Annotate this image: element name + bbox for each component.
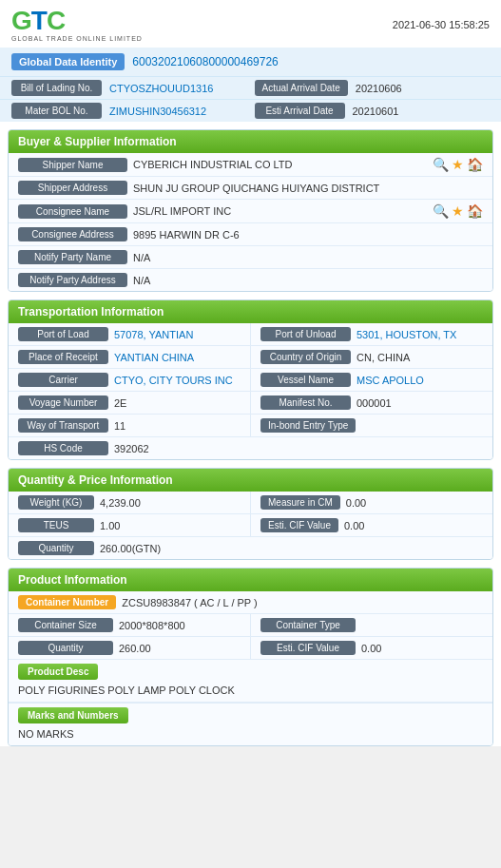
buyer-supplier-header: Buyer & Supplier Information [9,130,492,153]
shipper-address-row: Shipper Address SHUN JU GROUP QIUCHANG H… [9,177,492,200]
marks-text: NO MARKS [9,725,492,745]
hs-code-label: HS Code [18,441,108,455]
esti-cif-value: 0.00 [344,520,483,531]
voyage-number-row: Voyage Number 2E Manifest No. 000001 [9,392,492,415]
port-of-load-row: Port of Load 57078, YANTIAN Port of Unlo… [9,323,492,346]
consignee-address-value: 9895 HARWIN DR C-6 [133,229,483,241]
voyage-number-value: 2E [114,397,241,409]
bill-of-lading-row: Bill of Lading No. CTYOSZHOUUD1316 Actua… [0,76,501,99]
product-quantity-label: Quantity [18,641,113,655]
product-esti-cif-value: 0.00 [361,643,483,654]
manifest-no-label: Manifest No. [260,395,351,410]
logo-icon: GTC [11,8,65,34]
buyer-supplier-body: Shipper Name CYBERICH INDUSTRIAL CO LTD … [9,153,492,291]
notify-party-address-value: N/A [133,275,483,286]
shipper-name-row: Shipper Name CYBERICH INDUSTRIAL CO LTD … [9,153,492,177]
port-of-unload-label: Port of Unload [260,327,351,341]
notify-party-name-row: Notify Party Name N/A [9,246,492,269]
consignee-name-icons: 🔍 ★ 🏠 [433,203,483,219]
vessel-name-label: Vessel Name [260,373,351,387]
logo-area: GTC GLOBAL TRADE ONLINE LIMITED [11,8,143,42]
shipper-address-label: Shipper Address [18,181,127,195]
search-icon[interactable]: 🔍 [433,203,449,219]
product-desc-text: POLY FIGURINES POLY LAMP POLY CLOCK [9,682,492,703]
measure-cm-label: Measure in CM [260,495,340,510]
consignee-name-value: JSL/RL IMPORT INC [133,205,427,217]
bill-of-lading-value: CTYOSZHOUUD1316 [109,83,247,94]
mater-bol-value: ZIMUSHIN30456312 [109,106,247,117]
gdi-value: 60032021060800000469726 [132,55,279,68]
notify-party-address-label: Notify Party Address [18,273,127,287]
container-type-label: Container Type [260,618,356,632]
container-number-button[interactable]: Container Number [18,595,116,609]
quantity-price-body: Weight (KG) 4,239.00 Measure in CM 0.00 … [9,492,492,559]
product-quantity-value: 260.00 [119,643,241,654]
shipper-address-value: SHUN JU GROUP QIUCHANG HUIYANG DISTRICT [133,183,483,194]
product-esti-cif-label: Esti. CIF Value [260,641,356,655]
carrier-row: Carrier CTYO, CITY TOURS INC Vessel Name… [9,369,492,392]
way-of-transport-value: 11 [114,420,241,432]
esti-arrival-label: Esti Arrival Date [255,103,345,119]
weight-label: Weight (KG) [18,495,94,510]
voyage-number-label: Voyage Number [18,395,108,410]
product-desc-button[interactable]: Product Desc [18,664,98,680]
consignee-address-row: Consignee Address 9895 HARWIN DR C-6 [9,223,492,246]
measure-cm-value: 0.00 [346,497,483,509]
quantity-value: 260.00(GTN) [100,543,483,554]
hs-code-row: HS Code 392062 [9,437,492,459]
weight-value: 4,239.00 [100,497,241,509]
way-of-transport-label: Way of Transport [18,418,108,433]
port-of-unload-value: 5301, HOUSTON, TX [356,329,483,340]
quantity-row: Quantity 260.00(GTN) [9,537,492,559]
transportation-section: Transportation Information Port of Load … [8,299,493,460]
actual-arrival-value: 20210606 [356,83,490,94]
star-icon[interactable]: ★ [452,157,464,172]
header-datetime: 2021-06-30 15:58:25 [393,19,490,30]
container-number-row: Container Number ZCSU8983847 ( AC / L / … [9,591,492,614]
mater-bol-row: Mater BOL No. ZIMUSHIN30456312 Esti Arri… [0,99,501,122]
product-quantity-row: Quantity 260.00 Esti. CIF Value 0.00 [9,637,492,660]
in-bond-entry-type-label: In-bond Entry Type [260,418,356,433]
quantity-label: Quantity [18,541,94,555]
country-of-origin-value: CN, CHINA [356,352,483,363]
place-of-receipt-value: YANTIAN CHINA [114,352,241,363]
actual-arrival-label: Actual Arrival Date [255,80,348,96]
manifest-no-value: 000001 [356,397,483,409]
consignee-address-label: Consignee Address [18,227,127,241]
weight-row: Weight (KG) 4,239.00 Measure in CM 0.00 [9,492,492,514]
carrier-value: CTYO, CITY TOURS INC [114,375,241,386]
marks-section: Marks and Numbers NO MARKS [9,704,492,745]
consignee-name-label: Consignee Name [18,204,127,219]
marks-numbers-button[interactable]: Marks and Numbers [18,707,128,723]
home-icon[interactable]: 🏠 [467,203,483,219]
container-size-row: Container Size 2000*808*800 Container Ty… [9,614,492,637]
transportation-header: Transportation Information [9,300,492,323]
vessel-name-value: MSC APOLLO [356,375,483,386]
port-of-load-label: Port of Load [18,327,108,341]
bill-of-lading-label: Bill of Lading No. [11,80,102,96]
country-of-origin-label: Country of Origin [260,350,351,364]
container-number-value: ZCSU8983847 ( AC / L / PP ) [122,597,257,608]
hs-code-value: 392062 [114,443,483,454]
place-of-receipt-label: Place of Receipt [18,350,108,364]
transportation-body: Port of Load 57078, YANTIAN Port of Unlo… [9,323,492,459]
way-of-transport-row: Way of Transport 11 In-bond Entry Type [9,415,492,437]
gdi-label: Global Data Identity [11,53,125,70]
product-body: Container Number ZCSU8983847 ( AC / L / … [9,591,492,745]
search-icon[interactable]: 🔍 [433,157,449,172]
notify-party-name-value: N/A [133,252,483,263]
logo-subtitle: GLOBAL TRADE ONLINE LIMITED [11,35,143,42]
container-size-value: 2000*808*800 [119,620,241,631]
teus-value: 1.00 [100,520,241,531]
star-icon[interactable]: ★ [452,203,464,219]
quantity-price-header: Quantity & Price Information [9,469,492,492]
buyer-supplier-section: Buyer & Supplier Information Shipper Nam… [8,129,493,292]
port-of-load-value: 57078, YANTIAN [114,329,241,340]
mater-bol-label: Mater BOL No. [11,103,102,119]
esti-cif-label: Esti. CIF Value [260,518,338,532]
home-icon[interactable]: 🏠 [467,157,483,172]
teus-label: TEUS [18,518,94,532]
carrier-label: Carrier [18,373,108,387]
global-data-identity-row: Global Data Identity 6003202106080000046… [0,48,501,76]
quantity-price-section: Quantity & Price Information Weight (KG)… [8,468,493,560]
